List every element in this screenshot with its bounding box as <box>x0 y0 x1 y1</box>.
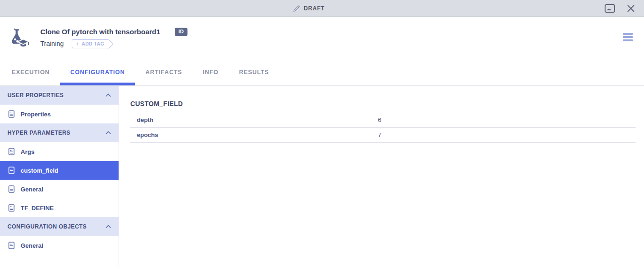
document-icon <box>8 185 15 193</box>
parameter-name: epochs <box>130 131 378 138</box>
header-text: Clone Of pytorch with tensorboard1 ID Tr… <box>40 28 187 48</box>
sidebar-section-header[interactable]: USER PROPERTIES <box>0 86 119 105</box>
configuration-body: USER PROPERTIES Properties HYPER PARAMET… <box>0 86 644 267</box>
sidebar-section-header[interactable]: CONFIGURATION OBJECTS <box>0 217 119 236</box>
parameter-row-epochs[interactable]: epochs 7 <box>130 128 636 143</box>
status-indicator: DRAFT <box>293 0 325 17</box>
sidebar-section: HYPER PARAMETERS Args custom_field <box>0 123 119 217</box>
tab-info[interactable]: INFO <box>193 59 229 85</box>
parameter-row-depth[interactable]: depth 6 <box>130 113 636 128</box>
add-tag-label: ADD TAG <box>82 41 104 46</box>
sidebar-item-label: Properties <box>21 111 51 118</box>
id-badge[interactable]: ID <box>175 28 187 36</box>
parameter-value: 6 <box>378 116 636 123</box>
sidebar-section-title: HYPER PARAMETERS <box>7 130 70 136</box>
configuration-content: CUSTOM_FIELD depth 6 epochs 7 <box>119 86 644 267</box>
parameter-name: depth <box>130 116 378 123</box>
section-heading: CUSTOM_FIELD <box>130 100 636 107</box>
chevron-up-icon[interactable] <box>105 225 111 229</box>
tab-label: ARTIFACTS <box>145 69 182 76</box>
chevron-up-icon[interactable] <box>105 131 111 135</box>
experiment-detail-panel: DRAFT <box>0 0 644 267</box>
status-bar: DRAFT <box>0 0 644 17</box>
add-tag-button[interactable]: + ADD TAG <box>72 39 109 48</box>
sidebar-item-label: Args <box>21 148 35 155</box>
sidebar-item-general[interactable]: General <box>0 180 119 198</box>
tab-results[interactable]: RESULTS <box>229 59 279 85</box>
sidebar-item-label: custom_field <box>21 167 58 174</box>
sidebar-section: USER PROPERTIES Properties <box>0 86 119 123</box>
tab-execution[interactable]: EXECUTION <box>1 59 60 85</box>
parameter-value: 7 <box>378 131 636 138</box>
sidebar-item-label: TF_DEFINE <box>21 205 54 212</box>
tab-label: INFO <box>203 69 218 76</box>
screenshot-icon[interactable] <box>605 4 615 13</box>
menu-icon[interactable] <box>623 33 633 41</box>
configuration-sidebar: USER PROPERTIES Properties HYPER PARAMET… <box>0 86 119 267</box>
sidebar-item-label: General <box>21 186 43 193</box>
close-icon[interactable] <box>627 5 635 12</box>
document-icon <box>8 242 15 249</box>
sidebar-item-label: General <box>21 242 43 249</box>
sidebar-item-properties[interactable]: Properties <box>0 105 119 123</box>
sidebar-item-args[interactable]: Args <box>0 142 119 161</box>
status-label: DRAFT <box>304 5 325 12</box>
tab-configuration[interactable]: CONFIGURATION <box>60 59 135 85</box>
tab-label: RESULTS <box>239 69 269 76</box>
sidebar-section: CONFIGURATION OBJECTS General <box>0 217 119 255</box>
sidebar-section-items: Args custom_field General TF_DEFINE <box>0 142 119 217</box>
sidebar-section-items: General <box>0 236 119 255</box>
sidebar-item-general[interactable]: General <box>0 236 119 255</box>
training-experiment-icon <box>7 28 30 49</box>
document-icon <box>8 148 15 155</box>
pencil-icon <box>293 5 300 12</box>
parameter-table: depth 6 epochs 7 <box>130 113 636 143</box>
tab-artifacts[interactable]: ARTIFACTS <box>135 59 192 85</box>
sidebar-section-title: USER PROPERTIES <box>7 92 64 99</box>
plus-icon: + <box>76 41 80 47</box>
sidebar-item-custom_field[interactable]: custom_field <box>0 161 119 180</box>
tab-bar: EXECUTION CONFIGURATION ARTIFACTS INFO R… <box>0 59 644 86</box>
tab-label: CONFIGURATION <box>70 69 125 76</box>
sidebar-section-header[interactable]: HYPER PARAMETERS <box>0 123 119 142</box>
experiment-title: Clone Of pytorch with tensorboard1 <box>40 28 160 36</box>
chevron-up-icon[interactable] <box>105 93 111 97</box>
sidebar-section-items: Properties <box>0 105 119 123</box>
tab-label: EXECUTION <box>12 69 50 76</box>
sidebar-section-title: CONFIGURATION OBJECTS <box>7 223 87 230</box>
topbar-actions <box>605 0 635 17</box>
document-icon <box>8 167 15 174</box>
document-icon <box>8 110 15 118</box>
sidebar-item-tf_define[interactable]: TF_DEFINE <box>0 198 119 217</box>
document-icon <box>8 204 15 212</box>
experiment-header: Clone Of pytorch with tensorboard1 ID Tr… <box>0 17 644 59</box>
experiment-type-label: Training <box>40 40 64 47</box>
